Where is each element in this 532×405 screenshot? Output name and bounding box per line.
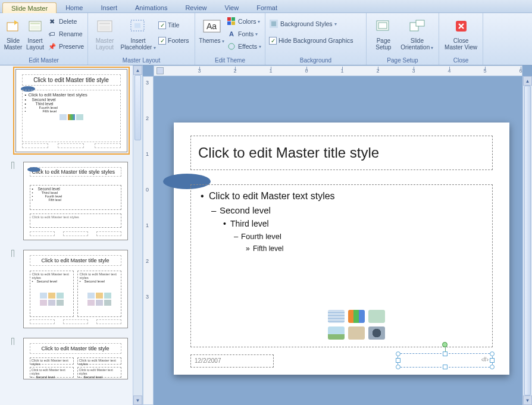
content-placeholder-icons[interactable] (328, 310, 385, 340)
title-checkbox[interactable]: ✓Title (158, 19, 189, 31)
date-placeholder[interactable]: 12/2/2007 (190, 354, 274, 368)
resize-handle-ne[interactable] (490, 351, 495, 356)
svg-rect-2 (30, 23, 40, 24)
group-label-master-layout: Master Layout (92, 56, 191, 65)
check-icon: ✓ (158, 21, 166, 29)
check-icon: ✓ (158, 37, 166, 45)
thumbnail-scrollbar[interactable]: ▲ ▼ (133, 65, 142, 405)
scroll-thumb[interactable] (134, 75, 141, 140)
group-label-close: Close (443, 56, 479, 65)
tab-home[interactable]: Home (57, 2, 92, 12)
insert-picture-icon[interactable] (328, 326, 345, 340)
tab-animations[interactable]: Animations (126, 2, 176, 12)
group-master-layout: Master Layout Insert Placeholder ✓Title … (88, 13, 195, 65)
svg-rect-14 (231, 21, 235, 25)
footers-checkbox[interactable]: ✓Footers (158, 34, 189, 46)
svg-rect-6 (99, 26, 110, 30)
slide-orientation-button[interactable]: Slide Orientation (399, 15, 435, 51)
scroll-up-button[interactable]: ▲ (133, 65, 142, 75)
tab-view[interactable]: View (216, 2, 248, 12)
body-level-5: Fifth level (199, 244, 484, 253)
insert-table-icon[interactable] (328, 310, 345, 323)
resize-handle-se[interactable] (490, 365, 495, 369)
resize-handle-w[interactable] (396, 358, 400, 363)
slide-number-placeholder[interactable]: ‹#› (398, 353, 493, 368)
resize-handle-e[interactable] (490, 358, 495, 363)
insert-smartart-icon[interactable] (368, 310, 385, 323)
background-styles-button[interactable]: Background Styles (269, 18, 362, 30)
delete-button[interactable]: ✖Delete (48, 15, 84, 27)
thumb-tree-connector (11, 162, 14, 169)
rename-button[interactable]: 🏷Rename (48, 28, 84, 40)
horizontal-ruler[interactable]: 3210123456 (154, 65, 522, 76)
delete-icon: ✖ (48, 17, 57, 26)
scroll-up-button[interactable]: ▲ (523, 76, 532, 86)
group-edit-master: Slide Master Insert Layout ✖Delete 🏷Rena… (0, 13, 88, 65)
insert-chart-icon[interactable] (348, 310, 365, 323)
vertical-ruler[interactable]: 3210123 (143, 76, 154, 405)
page-setup-button[interactable]: Page Setup (370, 15, 397, 51)
hide-background-checkbox[interactable]: ✓Hide Background Graphics (269, 34, 362, 46)
slide-master-icon (4, 17, 23, 36)
tab-format[interactable]: Format (248, 2, 286, 12)
thumbnail-layout-1[interactable]: Click to edit Master title style styles … (2, 162, 140, 240)
insert-clipart-icon[interactable] (348, 326, 365, 340)
thumb-title: Click to edit Master title style styles (30, 167, 121, 177)
tab-review[interactable]: Review (176, 2, 215, 12)
resize-handle-n[interactable] (443, 351, 447, 356)
insert-slide-master-button[interactable]: Slide Master (4, 15, 23, 51)
ruler-indent-marker[interactable] (157, 67, 164, 74)
page-setup-icon (374, 17, 393, 36)
scroll-down-button[interactable]: ▼ (133, 395, 142, 405)
master-layout-button: Master Layout (92, 15, 118, 51)
tab-strip: Slide Master Home Insert Animations Revi… (0, 0, 532, 13)
insert-placeholder-button[interactable]: Insert Placeholder (120, 15, 156, 51)
svg-text:Aa: Aa (206, 21, 217, 31)
check-icon: ✓ (269, 37, 277, 45)
resize-handle-sw[interactable] (396, 365, 400, 369)
date-placeholder-text: 12/2/2007 (195, 357, 221, 364)
colors-button[interactable]: Colors (227, 15, 261, 27)
fonts-icon: A (227, 29, 236, 39)
group-edit-theme: Aa Themes Colors AFonts Effects Edit The… (195, 13, 265, 65)
slide-canvas[interactable]: Click to edit Master title style Click t… (174, 123, 509, 375)
svg-rect-11 (227, 17, 231, 21)
thumbnail-layout-2[interactable]: Click to edit Master title style Click t… (2, 250, 140, 328)
background-styles-icon (269, 19, 278, 29)
svg-rect-3 (30, 26, 40, 30)
fonts-button[interactable]: AFonts (227, 28, 261, 40)
tab-slide-master[interactable]: Slide Master (2, 2, 57, 13)
vertical-scrollbar[interactable]: ▲ ▼ (522, 76, 532, 405)
thumb-ellipse-shape (27, 167, 40, 172)
slide-edit-area[interactable]: 3210123456 3210123 ▲ ▼ Click to edit Mas… (143, 65, 532, 405)
body-placeholder[interactable]: Click to edit Master text styles Second … (190, 184, 493, 347)
tab-insert[interactable]: Insert (92, 2, 126, 12)
body-level-4: Fourth level (199, 232, 484, 241)
insert-media-icon[interactable] (368, 326, 385, 340)
close-master-view-button[interactable]: Close Master View (443, 15, 479, 51)
svg-rect-21 (416, 20, 424, 26)
title-placeholder[interactable]: Click to edit Master title style (190, 136, 493, 170)
themes-button[interactable]: Aa Themes (199, 15, 224, 45)
thumbnail-pane[interactable]: Click to edit Master title style Click t… (0, 65, 143, 405)
ribbon: Slide Master Insert Layout ✖Delete 🏷Rena… (0, 13, 532, 65)
svg-rect-8 (134, 23, 140, 28)
close-icon (452, 17, 471, 36)
insert-layout-button[interactable]: Insert Layout (25, 15, 45, 51)
scroll-down-button[interactable]: ▼ (523, 395, 532, 405)
thumbnail-layout-3[interactable]: Click to edit Master title style Click t… (2, 338, 140, 379)
thumbnail-master[interactable]: Click to edit Master title style Click t… (2, 69, 140, 152)
resize-handle-s[interactable] (443, 365, 447, 369)
svg-rect-5 (99, 23, 110, 24)
body-level-1: Click to edit Master text styles (199, 191, 484, 202)
effects-button[interactable]: Effects (227, 40, 261, 52)
group-page-setup: Page Setup Slide Orientation Page Setup (367, 13, 439, 65)
effects-icon (227, 42, 236, 51)
resize-handle-nw[interactable] (396, 351, 400, 356)
svg-rect-13 (227, 21, 231, 25)
scroll-thumb[interactable] (524, 86, 531, 395)
slide-number-text: ‹#› (481, 356, 489, 363)
preserve-icon: 📌 (48, 42, 57, 51)
preserve-button[interactable]: 📌Preserve (48, 40, 84, 52)
group-label-background: Background (269, 56, 362, 65)
